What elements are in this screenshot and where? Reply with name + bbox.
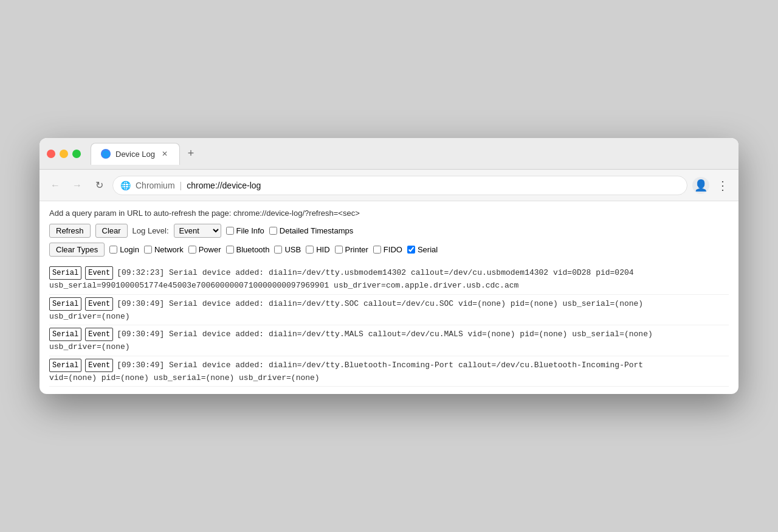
file-info-checkbox[interactable] [226, 227, 234, 235]
fido-label: FIDO [384, 245, 402, 254]
detailed-timestamps-label: Detailed Timestamps [280, 226, 353, 235]
log-level-select[interactable]: Verbose Info Event Warning Error [174, 224, 221, 238]
log-entry-line2: vid=(none) pid=(none) usb_serial=(none) … [49, 372, 729, 384]
printer-filter-group: Printer [335, 245, 368, 254]
log-level-label: Log Level: [133, 226, 169, 235]
site-name: Chromium [136, 181, 175, 190]
tab-favicon: 🌐 [101, 149, 111, 159]
address-bar: ← → ↻ 🌐 Chromium | chrome://device-log 👤… [40, 170, 738, 201]
power-label: Power [199, 245, 221, 254]
serial-badge: Serial [49, 328, 81, 341]
refresh-button[interactable]: Refresh [49, 224, 91, 238]
active-tab[interactable]: 🌐 Device Log ✕ [91, 143, 180, 165]
network-checkbox[interactable] [144, 246, 152, 254]
login-filter-group: Login [109, 245, 139, 254]
url-path: chrome://device-log [187, 181, 261, 190]
menu-button[interactable]: ⋮ [714, 177, 731, 194]
forward-button[interactable]: → [69, 177, 86, 194]
page-content: Add a query param in URL to auto-refresh… [40, 201, 738, 394]
hid-label: HID [316, 245, 329, 254]
event-badge: Event [85, 359, 113, 372]
clear-button[interactable]: Clear [95, 224, 128, 238]
login-checkbox[interactable] [109, 246, 117, 254]
bluetooth-checkbox[interactable] [226, 246, 234, 254]
power-filter-group: Power [188, 245, 221, 254]
log-entry-line1: Serial Event [09:32:23] Serial device ad… [49, 266, 729, 280]
log-entry: Serial Event [09:30:49] Serial device ad… [49, 356, 729, 387]
site-icon: 🌐 [120, 181, 131, 190]
types-bar: Clear Types Login Network Power Bluetoot… [49, 243, 729, 257]
login-label: Login [120, 245, 139, 254]
serial-checkbox[interactable] [407, 246, 415, 254]
usb-filter-group: USB [274, 245, 301, 254]
profile-button[interactable]: 👤 [692, 177, 709, 194]
titlebar: 🌐 Device Log ✕ + [40, 138, 738, 170]
event-badge: Event [85, 266, 113, 280]
bluetooth-label: Bluetooth [236, 245, 270, 254]
log-text: [09:30:49] Serial device added: dialin=/… [117, 328, 653, 340]
reload-button[interactable]: ↻ [91, 177, 108, 194]
serial-badge: Serial [49, 359, 81, 372]
browser-window: 🌐 Device Log ✕ + ← → ↻ 🌐 Chromium | chro… [40, 138, 738, 394]
log-entries: Serial Event [09:32:23] Serial device ad… [49, 264, 729, 387]
tab-title: Device Log [115, 150, 155, 159]
tab-bar: 🌐 Device Log ✕ + [91, 143, 731, 165]
back-button[interactable]: ← [47, 177, 64, 194]
bluetooth-filter-group: Bluetooth [226, 245, 270, 254]
detailed-timestamps-checkbox[interactable] [269, 227, 277, 235]
log-entry-line2: usb_serial=9901000051774e45003e700600000… [49, 280, 729, 292]
log-text: [09:32:23] Serial device added: dialin=/… [117, 267, 633, 279]
file-info-group: File Info [226, 226, 264, 235]
log-entry-line2: usb_driver=(none) [49, 341, 729, 353]
serial-badge: Serial [49, 266, 81, 280]
serial-label: Serial [418, 245, 438, 254]
tab-close-button[interactable]: ✕ [160, 149, 170, 159]
event-badge: Event [85, 297, 113, 311]
network-filter-group: Network [144, 245, 184, 254]
log-entry: Serial Event [09:30:49] Serial device ad… [49, 295, 729, 326]
serial-filter-group: Serial [407, 245, 438, 254]
new-tab-button[interactable]: + [182, 145, 199, 162]
log-entry-line1: Serial Event [09:30:49] Serial device ad… [49, 359, 729, 372]
close-button[interactable] [47, 150, 55, 158]
network-label: Network [154, 245, 184, 254]
hid-checkbox[interactable] [306, 246, 314, 254]
info-bar: Add a query param in URL to auto-refresh… [49, 209, 729, 218]
log-entry: Serial Event [09:32:23] Serial device ad… [49, 264, 729, 295]
log-text: [09:30:49] Serial device added: dialin=/… [117, 359, 643, 371]
maximize-button[interactable] [72, 150, 81, 158]
log-entry-line2: usb_driver=(none) [49, 311, 729, 323]
hid-filter-group: HID [306, 245, 329, 254]
clear-types-button[interactable]: Clear Types [49, 243, 105, 257]
traffic-lights [47, 150, 81, 158]
serial-badge: Serial [49, 297, 81, 311]
detailed-timestamps-group: Detailed Timestamps [269, 226, 353, 235]
event-badge: Event [85, 328, 113, 341]
minimize-button[interactable] [60, 150, 68, 158]
fido-checkbox[interactable] [373, 246, 381, 254]
fido-filter-group: FIDO [373, 245, 402, 254]
url-separator: | [180, 181, 182, 190]
toolbar: Refresh Clear Log Level: Verbose Info Ev… [49, 224, 729, 238]
log-entry-line1: Serial Event [09:30:49] Serial device ad… [49, 328, 729, 341]
log-entry: Serial Event [09:30:49] Serial device ad… [49, 325, 729, 356]
file-info-label: File Info [236, 226, 264, 235]
usb-checkbox[interactable] [274, 246, 282, 254]
log-text: [09:30:49] Serial device added: dialin=/… [117, 298, 643, 310]
log-entry-line1: Serial Event [09:30:49] Serial device ad… [49, 297, 729, 311]
url-bar[interactable]: 🌐 Chromium | chrome://device-log [112, 176, 687, 195]
printer-checkbox[interactable] [335, 246, 343, 254]
power-checkbox[interactable] [188, 246, 196, 254]
usb-label: USB [284, 245, 301, 254]
printer-label: Printer [345, 245, 368, 254]
